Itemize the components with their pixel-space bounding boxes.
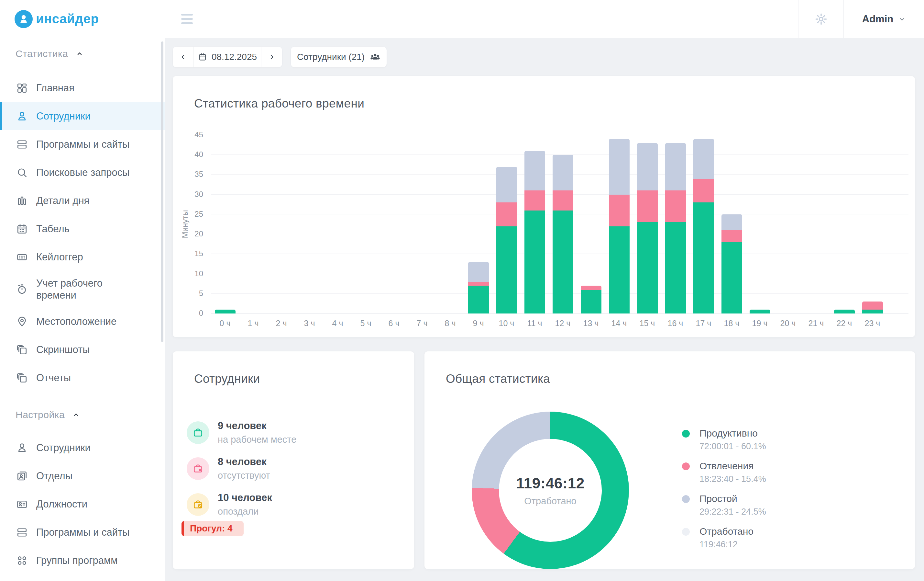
employees-filter-button[interactable]: Сотрудники (21) — [291, 46, 387, 67]
sidebar-item-employees-settings[interactable]: Сотрудники — [0, 434, 165, 462]
employees-card-title: Сотрудники — [194, 372, 260, 386]
y-tick: 45 — [195, 130, 203, 139]
stopwatch-icon — [16, 283, 28, 295]
bar-segment — [609, 195, 630, 227]
bar-segment — [665, 190, 686, 222]
sidebar-section-settings[interactable]: Настройка — [0, 408, 165, 421]
date-prev-button[interactable] — [173, 46, 193, 67]
search-icon — [16, 167, 28, 179]
x-tick: 16 ч — [661, 319, 690, 328]
bar-segment — [721, 230, 742, 242]
legend-value: 72:00:01 - 60.1% — [700, 441, 766, 452]
chevron-up-icon — [73, 411, 79, 419]
sidebar-item-screenshots[interactable]: Скриншоты — [0, 336, 165, 364]
sidebar-item-positions[interactable]: Должности — [0, 490, 165, 518]
bar-slot — [492, 135, 521, 313]
sidebar-item-program-groups[interactable]: Группы программ — [0, 546, 165, 574]
sidebar: инсайдер СтатистикаГлавнаяСотрудникиПрог… — [0, 0, 165, 581]
date-field[interactable]: 08.12.2025 — [193, 46, 261, 67]
x-tick: 11 ч — [521, 319, 549, 328]
date-next-button[interactable] — [261, 46, 282, 67]
bar-segment — [721, 242, 742, 313]
y-tick: 15 — [195, 249, 203, 258]
menu-icon[interactable] — [181, 14, 193, 24]
sidebar-item-timesheet[interactable]: Табель — [0, 215, 165, 243]
bar-slot — [239, 135, 267, 313]
sidebar-item-day-details[interactable]: Детали дня — [0, 187, 165, 215]
x-tick: 19 ч — [746, 319, 774, 328]
sidebar-section-label: Настройка — [15, 409, 65, 420]
absence-badge: Прогул: 4 — [182, 521, 244, 536]
bar-segment — [215, 310, 236, 313]
sidebar-item-reports[interactable]: Отчеты — [0, 364, 165, 392]
user-menu[interactable]: Admin — [844, 0, 924, 38]
sidebar-item-label: Поисковые запросы — [36, 166, 130, 179]
bar-slot — [295, 135, 323, 313]
sidebar-item-label: Программы и сайты — [36, 526, 130, 538]
logo[interactable]: инсайдер — [0, 0, 165, 38]
x-tick: 12 ч — [549, 319, 577, 328]
sidebar-item-label: Отчеты — [36, 372, 71, 384]
sidebar-item-search-queries[interactable]: Поисковые запросы — [0, 158, 165, 187]
sidebar-item-programs-sites-settings[interactable]: Программы и сайты — [0, 518, 165, 546]
legend-dot — [682, 528, 690, 536]
legend-value: 18:23:40 - 15.4% — [700, 474, 766, 484]
bar-stack — [637, 143, 658, 313]
bar-segment — [637, 143, 658, 191]
reports-icon — [16, 372, 28, 384]
bar-slot — [464, 135, 492, 313]
employee-stat-row: 9 человекна рабочем месте — [186, 420, 296, 445]
sidebar-item-departments[interactable]: Отделы — [0, 462, 165, 490]
sidebar-item-location[interactable]: Местоположение — [0, 307, 165, 336]
x-tick: 10 ч — [492, 319, 521, 328]
absence-badge-text: Прогул: 4 — [190, 523, 233, 534]
bar-slot — [380, 135, 408, 313]
bar-segment — [862, 310, 883, 313]
x-tick: 7 ч — [408, 319, 436, 328]
sidebar-list-settings: СотрудникиОтделыДолжностиПрограммы и сай… — [0, 434, 165, 574]
legend-text: Отработано119:46:12 — [700, 526, 754, 550]
bar-segment — [693, 202, 714, 313]
bar-segment — [468, 282, 489, 286]
location-icon — [16, 316, 28, 328]
bar-segment — [496, 202, 517, 227]
legend-label: Простой — [700, 493, 766, 504]
y-tick: 10 — [195, 269, 203, 278]
x-tick: 15 ч — [633, 319, 661, 328]
stat-text: 9 человекна рабочем месте — [218, 420, 296, 445]
bar-slot — [718, 135, 746, 313]
y-tick: 25 — [195, 210, 203, 218]
worked-time-value: 119:46:12 — [516, 475, 585, 492]
bar-stack — [553, 155, 573, 313]
x-tick: 4 ч — [323, 319, 351, 328]
bar-segment — [693, 179, 714, 203]
sidebar-item-work-time-tracking[interactable]: Учет рабочего времени — [0, 271, 165, 307]
sidebar-item-label: Группы программ — [36, 555, 118, 566]
y-tick: 20 — [195, 229, 203, 238]
briefcase-icon — [193, 427, 203, 438]
settings-button[interactable] — [799, 0, 843, 38]
stat-icon-circle — [186, 457, 210, 480]
bar-stack — [525, 151, 545, 313]
x-tick: 5 ч — [351, 319, 380, 328]
sidebar-item-keylogger[interactable]: Кейлоггер — [0, 243, 165, 271]
sidebar-item-label: Учет рабочего времени — [36, 277, 140, 301]
bar-segment — [581, 286, 601, 290]
stat-count: 8 человек — [218, 456, 270, 468]
legend-dot — [682, 462, 690, 470]
bar-segment — [637, 190, 658, 222]
sidebar-scrollbar[interactable] — [161, 41, 163, 342]
people-group-icon — [370, 52, 381, 63]
donut-ring: 119:46:12 Отработано — [472, 412, 629, 569]
sidebar-section-statistics[interactable]: Статистика — [0, 47, 165, 60]
bar-slot — [408, 135, 436, 313]
stat-icon-circle — [186, 421, 210, 444]
screenshots-icon — [16, 344, 28, 356]
bar-segment — [496, 227, 517, 313]
sidebar-item-home[interactable]: Главная — [0, 74, 165, 102]
sidebar-item-employees[interactable]: Сотрудники — [0, 102, 165, 130]
sidebar-item-programs-sites[interactable]: Программы и сайты — [0, 130, 165, 158]
user-icon — [16, 442, 28, 454]
legend-text: Отвлечения18:23:40 - 15.4% — [700, 460, 766, 484]
summary-card: Общая статистика 119:46:12 Отработано Пр… — [424, 351, 915, 569]
